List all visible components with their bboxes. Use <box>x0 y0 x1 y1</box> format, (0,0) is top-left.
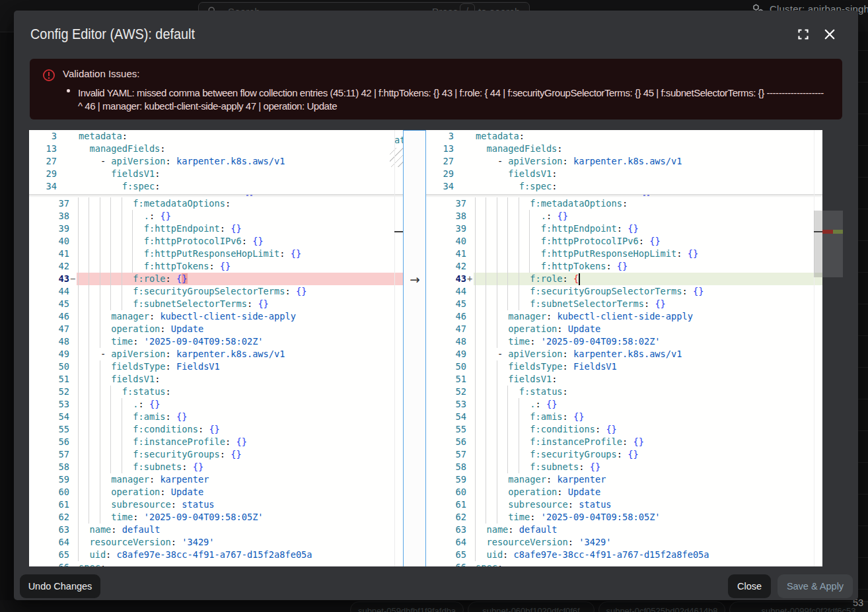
sticky-code-line-13-left[interactable]: 13managedFields: <box>29 143 403 155</box>
code-line-42-right[interactable]: 42f:httpTokens: {} <box>426 260 822 273</box>
code-line-38-right[interactable]: 38.: {} <box>426 210 822 222</box>
code-token-p: : <box>682 286 687 296</box>
code-line-48-left[interactable]: 48time: '2025-09-04T09:58:02Z' <box>29 335 403 348</box>
code-line-55-left[interactable]: 55f:conditions: {} <box>29 423 403 436</box>
code-token-p: : <box>247 298 252 309</box>
code-line-41-right[interactable]: 41f:httpPutResponseHopLimit: {} <box>426 248 822 260</box>
code-line-59-left[interactable]: 59manager: karpenter <box>29 473 403 486</box>
save-apply-button[interactable]: Save & Apply <box>778 574 853 598</box>
yaml-diff-editor[interactable]: 3metadata:13managedFields:27- apiVersion… <box>29 130 843 566</box>
code-line-43-right[interactable]: 43+f:role: { <box>426 273 822 285</box>
code-line-56-right[interactable]: 56f:instanceProfile: {} <box>426 436 822 448</box>
code-token-p: : <box>155 181 160 191</box>
line-number: 44 <box>30 285 69 298</box>
code-line-63-right[interactable]: 63name: default <box>426 524 822 536</box>
code-text: f:subnets: {} <box>133 461 203 473</box>
code-line-62-left[interactable]: 62time: '2025-09-04T09:58:05Z' <box>29 511 403 524</box>
code-line-59-right[interactable]: 59manager: karpenter <box>426 473 822 486</box>
code-line-44-left[interactable]: 44f:securityGroupSelectorTerms: {} <box>29 285 403 298</box>
right-scrollbar-slider[interactable] <box>814 211 822 277</box>
code-line-47-right[interactable]: 47operation: Update <box>426 323 822 335</box>
code-line-49-right[interactable]: 49- apiVersion: karpenter.k8s.aws/v1 <box>426 348 822 360</box>
code-line-49-left[interactable]: 49- apiVersion: karpenter.k8s.aws/v1 <box>29 348 403 360</box>
code-line-60-left[interactable]: 60operation: Update <box>29 486 403 498</box>
code-line-60-right[interactable]: 60operation: Update <box>426 486 822 498</box>
code-line-37-right[interactable]: 37f:metadataOptions: <box>426 197 822 210</box>
sticky-code-line-3-right[interactable]: 3metadata: <box>426 130 822 143</box>
code-line-62-right[interactable]: 62time: '2025-09-04T09:58:05Z' <box>426 511 822 524</box>
code-line-41-left[interactable]: 41f:httpPutResponseHopLimit: {} <box>29 248 403 260</box>
code-line-65-left[interactable]: 65uid: c8afe97e-38cc-4f91-a767-d15f2a8fe… <box>29 549 403 561</box>
indent-guide <box>110 285 111 298</box>
diff-overview-ruler[interactable] <box>822 130 843 566</box>
code-line-53-right[interactable]: 53.: {} <box>426 398 822 411</box>
code-line-57-left[interactable]: 57f:securityGroups: {} <box>29 448 403 461</box>
code-line-52-left[interactable]: 52f:status: <box>29 386 403 398</box>
sticky-code-line-3-left[interactable]: 3metadata: <box>29 130 403 143</box>
sticky-code-line-27-left[interactable]: 27- apiVersion: karpenter.k8s.aws/v1 <box>29 155 403 168</box>
code-line-65-right[interactable]: 65uid: c8afe97e-38cc-4f91-a767-d15f2a8fe… <box>426 549 822 561</box>
code-line-50-right[interactable]: 50fieldsType: FieldsV1 <box>426 360 822 373</box>
sticky-scroll-shadow <box>29 195 403 197</box>
line-number: 55 <box>427 423 466 436</box>
undo-changes-button[interactable]: Undo Changes <box>20 574 100 598</box>
code-line-51-left[interactable]: 51fieldsV1: <box>29 373 403 386</box>
close-dialog-button[interactable] <box>818 23 841 46</box>
code-token-b: {} <box>236 436 247 447</box>
code-line-54-left[interactable]: 54f:amis: {} <box>29 411 403 423</box>
code-token-p: : <box>122 131 127 141</box>
clipped-text-fragment: at <box>394 134 403 147</box>
code-text: f:httpTokens: {} <box>541 260 628 273</box>
sticky-code-line-29-left[interactable]: 29fieldsV1: <box>29 168 403 180</box>
code-line-66-left[interactable]: 66spec: <box>29 561 403 566</box>
code-line-56-left[interactable]: 56f:instanceProfile: {} <box>29 436 403 448</box>
code-line-51-right[interactable]: 51fieldsV1: <box>426 373 822 386</box>
code-line-47-left[interactable]: 47operation: Update <box>29 323 403 335</box>
diff-pane-modified[interactable]: 3metadata:13managedFields:27- apiVersion… <box>426 130 822 566</box>
code-line-39-left[interactable]: 39f:httpEndpoint: {} <box>29 222 403 235</box>
code-line-58-left[interactable]: 58f:subnets: {} <box>29 461 403 473</box>
code-line-45-left[interactable]: 45f:subnetSelectorTerms: {} <box>29 298 403 310</box>
code-line-44-right[interactable]: 44f:securityGroupSelectorTerms: {} <box>426 285 822 298</box>
sticky-code-line-34-left[interactable]: 34f:spec: <box>29 180 403 193</box>
code-line-61-left[interactable]: 61subresource: status <box>29 498 403 511</box>
code-line-55-right[interactable]: 55f:conditions: {} <box>426 423 822 436</box>
code-line-43-left[interactable]: 43−f:role: {} <box>29 273 403 285</box>
code-line-64-right[interactable]: 64resourceVersion: '3429' <box>426 536 822 549</box>
code-line-39-right[interactable]: 39f:httpEndpoint: {} <box>426 222 822 235</box>
sticky-code-line-13-right[interactable]: 13managedFields: <box>426 143 822 155</box>
code-line-37-left[interactable]: 37f:metadataOptions: <box>29 197 403 210</box>
code-line-63-left[interactable]: 63name: default <box>29 524 403 536</box>
code-line-45-right[interactable]: 45f:subnetSelectorTerms: {} <box>426 298 822 310</box>
code-line-46-right[interactable]: 46manager: kubectl-client-side-apply <box>426 310 822 323</box>
code-line-54-right[interactable]: 54f:amis: {} <box>426 411 822 423</box>
code-token-t <box>215 261 220 271</box>
code-token-t <box>176 537 182 547</box>
revert-change-arrow[interactable]: → <box>407 273 423 286</box>
code-line-53-left[interactable]: 53.: {} <box>29 398 403 411</box>
code-line-64-left[interactable]: 64resourceVersion: '3429' <box>29 536 403 549</box>
code-text: fieldsV1: <box>111 168 160 180</box>
sliver-a <box>643 195 645 196</box>
code-token-b: {} <box>220 261 231 271</box>
code-text: f:metadataOptions: <box>530 197 628 210</box>
code-line-58-right[interactable]: 58f:subnets: {} <box>426 461 822 473</box>
sticky-code-line-29-right[interactable]: 29fieldsV1: <box>426 168 822 180</box>
code-line-42-left[interactable]: 42f:httpTokens: {} <box>29 260 403 273</box>
sticky-code-line-27-right[interactable]: 27- apiVersion: karpenter.k8s.aws/v1 <box>426 155 822 168</box>
code-line-50-left[interactable]: 50fieldsType: FieldsV1 <box>29 360 403 373</box>
code-line-48-right[interactable]: 48time: '2025-09-04T09:58:02Z' <box>426 335 822 348</box>
code-line-66-right[interactable]: 66spec: <box>426 561 822 566</box>
code-line-52-right[interactable]: 52f:status: <box>426 386 822 398</box>
code-line-40-left[interactable]: 40f:httpProtocolIPv6: {} <box>29 235 403 248</box>
code-line-61-right[interactable]: 61subresource: status <box>426 498 822 511</box>
code-line-46-left[interactable]: 46manager: kubectl-client-side-apply <box>29 310 403 323</box>
diff-pane-original[interactable]: 3metadata:13managedFields:27- apiVersion… <box>29 130 403 566</box>
code-line-40-right[interactable]: 40f:httpProtocolIPv6: {} <box>426 235 822 248</box>
indent-guide <box>486 348 486 360</box>
close-button[interactable]: Close <box>728 574 771 598</box>
fullscreen-button[interactable] <box>792 23 814 46</box>
code-line-57-right[interactable]: 57f:securityGroups: {} <box>426 448 822 461</box>
sticky-code-line-34-right[interactable]: 34f:spec: <box>426 180 822 193</box>
code-line-38-left[interactable]: 38.: {} <box>29 210 403 222</box>
